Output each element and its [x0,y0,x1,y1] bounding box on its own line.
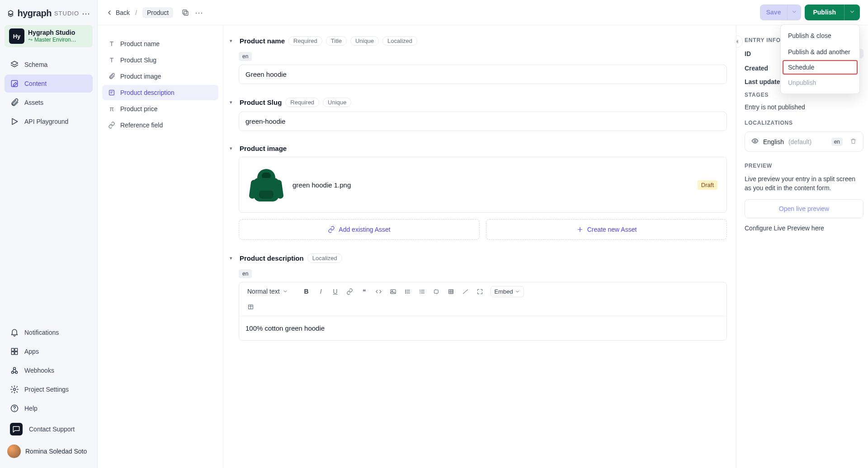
create-new-asset-button[interactable]: Create new Asset [486,219,727,240]
rte-clear-button[interactable] [459,285,472,298]
rte-underline-button[interactable]: U [329,285,342,298]
outline-product-price[interactable]: π Product price [102,101,218,117]
publish-dropdown-menu: Publish & close Publish & add another Sc… [780,24,860,94]
badge-localized: Localized [382,36,417,46]
nav-api-playground[interactable]: API Playground [5,112,93,131]
nav-webhooks[interactable]: Webhooks [5,361,93,379]
content-form: ▾ Product name Required Title Unique Loc… [223,25,736,468]
outline-label: Product Slug [120,56,156,64]
rte-image-button[interactable] [387,285,400,298]
publish-menu-close[interactable]: Publish & close [781,28,859,44]
badge-localized: Localized [307,253,342,263]
brand-menu-icon[interactable]: ⋯ [82,9,90,19]
product-name-input[interactable] [239,65,727,84]
loc-delete-button[interactable] [850,138,857,146]
rte-fullscreen-button[interactable] [473,285,487,298]
collapse-toggle[interactable]: ▾ [230,99,236,105]
paperclip-icon [108,72,116,80]
more-icon[interactable]: ⋯ [195,8,203,18]
add-existing-label: Add existing Asset [339,226,390,233]
rte-code-button[interactable] [372,285,386,298]
open-live-preview-button[interactable]: Open live preview [745,199,863,218]
link-icon [328,226,335,233]
user-row[interactable]: Romina Soledad Soto [5,441,93,462]
nav-notifications[interactable]: Notifications [5,323,93,342]
breadcrumb-separator: / [133,9,139,16]
rte-bold-button[interactable]: B [300,285,313,298]
inspector-collapse-button[interactable] [736,35,743,48]
nav-help-label: Help [24,405,38,412]
rte-ul-button[interactable] [401,285,415,298]
save-button[interactable]: Save [760,5,788,20]
rte-class-button[interactable] [430,285,443,298]
help-icon [10,404,19,413]
nav-assets[interactable]: Assets [5,94,93,112]
project-env: ⤳ Master Environ… [28,37,76,43]
outline-product-slug[interactable]: T Product Slug [102,52,218,68]
rte-link-button[interactable] [343,285,357,298]
publish-menu-unpublish: Unpublish [781,75,859,91]
svg-point-22 [754,140,756,142]
chevron-down-icon [849,9,855,15]
save-button-group: Save [760,5,802,20]
outline-label: Product name [120,40,160,47]
svg-rect-4 [11,352,14,355]
nav-apps[interactable]: Apps [5,342,93,360]
asset-card[interactable]: green hoodie 1.png Draft [239,157,727,213]
caret-down-icon [515,289,520,294]
publish-menu-add-another[interactable]: Publish & add another [781,44,859,60]
localization-card[interactable]: English (default) en [745,131,863,152]
brand-row: hygraph STUDIO ⋯ [5,6,93,23]
field-label: Product description [240,254,304,262]
outline-label: Product price [120,105,157,112]
outline-reference-field[interactable]: Reference field [102,117,218,133]
project-selector[interactable]: Hy Hygraph Studio ⤳ Master Environ… [5,25,93,47]
publish-dropdown-button[interactable] [844,5,860,20]
plus-icon [576,226,584,233]
primary-nav: Schema Content Assets API Playground [5,56,93,131]
project-name: Hygraph Studio [28,29,76,37]
back-button[interactable]: Back [106,9,130,16]
nav-schema[interactable]: Schema [5,56,93,74]
asset-status-badge: Draft [698,180,717,190]
inspector-updated-label: Last update [745,78,780,85]
publish-menu-schedule[interactable]: Schedule [783,60,858,75]
rte-table-button[interactable] [444,285,458,298]
add-existing-asset-button[interactable]: Add existing Asset [239,219,480,240]
outline-product-image[interactable]: Product image [102,69,218,84]
brand-logo-icon [7,9,14,19]
nav-help[interactable]: Help [5,399,93,417]
rte-block-select[interactable]: Normal text [244,286,292,297]
publish-button[interactable]: Publish [805,5,844,20]
save-dropdown-button[interactable] [787,5,801,20]
rte-embed-button[interactable]: Embed [491,286,524,297]
field-product-name: ▾ Product name Required Title Unique Loc… [230,36,727,84]
rte-ol-button[interactable] [415,285,429,298]
svg-point-15 [392,290,393,291]
nav-content[interactable]: Content [5,75,93,93]
nav-webhooks-label: Webhooks [24,367,54,374]
product-slug-input[interactable] [239,112,727,131]
collapse-toggle[interactable]: ▾ [230,145,236,151]
rte-content[interactable]: 100% cotton green hoodie [239,316,726,340]
collapse-toggle[interactable]: ▾ [230,255,236,261]
outline-product-description[interactable]: Product description [102,85,218,100]
breadcrumb-model[interactable]: Product [142,7,173,18]
rte-quote-button[interactable]: ❝ [358,285,371,298]
caret-down-icon [283,289,288,294]
svg-point-17 [406,291,406,291]
create-new-label: Create new Asset [587,226,637,233]
rte-embed-label: Embed [495,288,513,295]
rte-block-label: Normal text [247,288,280,295]
nav-notifications-label: Notifications [24,329,59,336]
outline-product-name[interactable]: T Product name [102,36,218,51]
collapse-toggle[interactable]: ▾ [230,38,236,44]
loc-default: (default) [788,138,811,145]
nav-project-settings[interactable]: Project Settings [5,380,93,398]
copy-icon[interactable] [181,9,189,17]
nav-contact-support[interactable]: Contact Support [5,418,93,440]
rte-table-insert-button[interactable] [244,300,257,313]
configure-preview-link[interactable]: Configure Live Preview here [745,225,863,232]
brand-name: hygraph [17,8,51,19]
rte-italic-button[interactable]: I [314,285,328,298]
